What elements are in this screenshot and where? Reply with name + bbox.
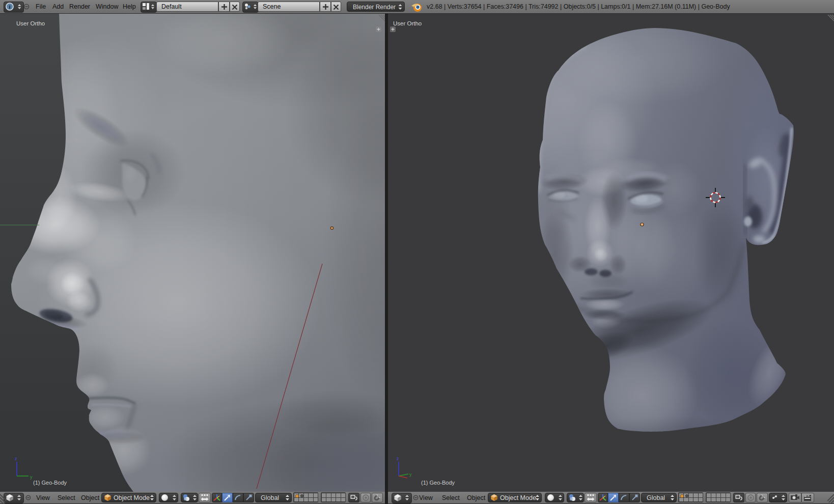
svg-text:(1) Geo-Body: (1) Geo-Body <box>421 480 455 486</box>
svg-text:i: i <box>9 4 10 10</box>
svg-text:z: z <box>15 456 17 461</box>
svg-text:y: y <box>409 472 412 477</box>
svg-text:(1) Geo-Body: (1) Geo-Body <box>33 480 67 486</box>
svg-text:y: y <box>30 474 33 480</box>
svg-text:z: z <box>397 456 399 461</box>
svg-text:User Ortho: User Ortho <box>16 20 45 26</box>
svg-text:User Ortho: User Ortho <box>393 20 422 26</box>
